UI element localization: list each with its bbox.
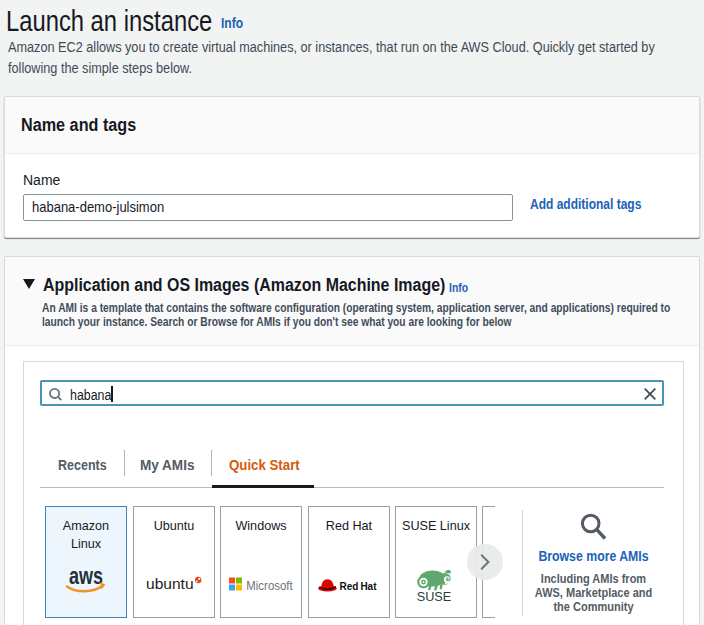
svg-text:Microsoft: Microsoft [246,578,293,593]
svg-text:aws: aws [69,569,103,589]
svg-text:SUSE: SUSE [417,591,452,603]
svg-text:Red Hat: Red Hat [339,580,376,592]
svg-text:ubuntu: ubuntu [146,574,194,591]
